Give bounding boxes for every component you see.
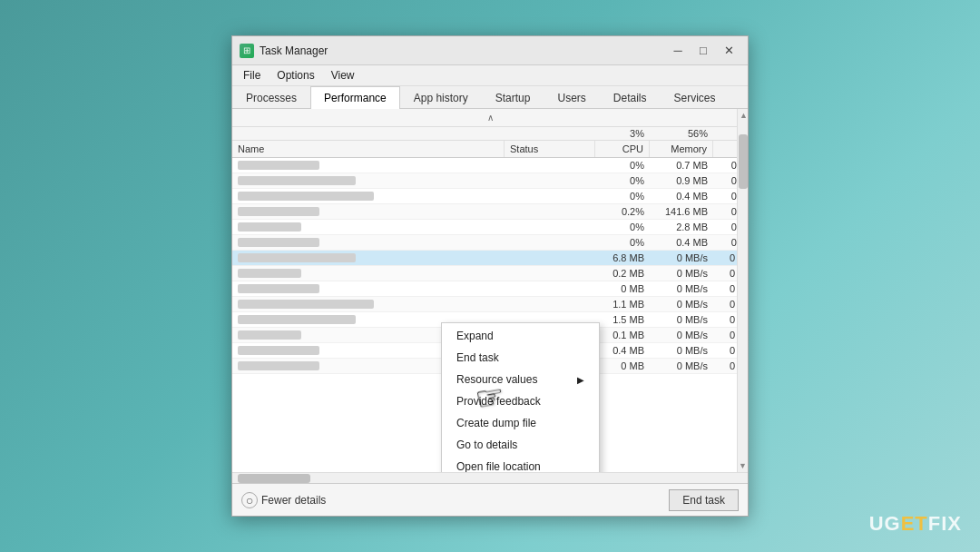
ctx-provide-feedback-label: Provide feedback — [456, 395, 541, 408]
table-row[interactable]: 0% 0.4 MB 0 MB/s 0 Mbps — [232, 189, 748, 204]
col-memory[interactable]: Memory — [650, 141, 713, 157]
horizontal-scrollbar[interactable] — [232, 472, 748, 483]
fewer-details-label: Fewer details — [261, 494, 326, 507]
ctx-item-expand[interactable]: Expand — [442, 325, 599, 347]
task-manager-window: ⊞ Task Manager ─ □ ✕ File Options View P… — [231, 35, 749, 517]
maximize-button[interactable]: □ — [691, 42, 715, 60]
cpu-pct: 3% — [595, 127, 650, 140]
tab-startup[interactable]: Startup — [482, 86, 544, 109]
title-bar: ⊞ Task Manager ─ □ ✕ — [232, 36, 748, 65]
table-row[interactable]: 0% 0.7 MB 0 MB/s 0 Mbps — [232, 158, 748, 173]
tab-users[interactable]: Users — [544, 86, 599, 109]
menu-bar: File Options View — [232, 65, 748, 86]
minimize-button[interactable]: ─ — [666, 42, 690, 60]
menu-options[interactable]: Options — [270, 67, 321, 84]
scrollbar-h-thumb[interactable] — [238, 474, 310, 483]
table-row[interactable]: 0% 0.4 MB 0 MB/s 0 Mbps — [232, 235, 748, 251]
tab-processes[interactable]: Processes — [232, 86, 310, 109]
ctx-item-open-file[interactable]: Open file location — [442, 456, 599, 472]
footer: ○ Fewer details End task — [232, 483, 748, 516]
col-name[interactable]: Name — [232, 141, 505, 157]
tab-details[interactable]: Details — [600, 86, 661, 109]
fewer-details-button[interactable]: ○ Fewer details — [241, 492, 326, 508]
scrollbar-up-arrow[interactable]: ▲ — [738, 109, 748, 122]
table-row[interactable]: 6.8 MB 0 MB/s 0 Mbps — [232, 251, 748, 266]
menu-view[interactable]: View — [324, 67, 362, 84]
ctx-expand-label: Expand — [456, 330, 494, 342]
window-icon: ⊞ — [240, 44, 254, 58]
ctx-end-task-label: End task — [456, 351, 499, 364]
table-row[interactable]: 0 MB 0 MB/s 0 Mbps — [232, 281, 748, 297]
scrollbar-thumb[interactable] — [739, 134, 748, 189]
column-headers: Name Status CPU Memory Disk Network — [232, 141, 748, 158]
table-row[interactable]: 0.2 MB 0 MB/s 0 Mbps — [232, 266, 748, 281]
tabs-bar: Processes Performance App history Startu… — [232, 86, 748, 109]
table-row[interactable]: 0.2% 141.6 MB 0 MB/s 0 Mbps — [232, 204, 748, 220]
fewer-details-icon: ○ — [241, 492, 258, 508]
context-menu: Expand End task Resource values ▶ Provid… — [441, 322, 600, 472]
col-cpu[interactable]: CPU — [595, 141, 650, 157]
scrollbar-down-arrow[interactable]: ▼ — [738, 461, 748, 470]
ctx-open-file-label: Open file location — [456, 460, 541, 472]
memory-pct: 56% — [650, 127, 713, 140]
ctx-item-resource-values[interactable]: Resource values ▶ — [442, 369, 599, 390]
ctx-item-provide-feedback[interactable]: Provide feedback — [442, 390, 599, 412]
sort-arrow-icon: ∧ — [487, 113, 494, 123]
table-row[interactable]: 1.1 MB 0 MB/s 0 Mbps — [232, 297, 748, 312]
tab-app-history[interactable]: App history — [400, 86, 482, 109]
watermark: UGETFIX — [869, 512, 962, 536]
ctx-go-to-details-label: Go to details — [456, 439, 517, 451]
ctx-item-go-to-details[interactable]: Go to details — [442, 434, 599, 456]
vertical-scrollbar[interactable]: ▲ ▼ — [737, 109, 748, 472]
table-area: ∧ 3% 56% 0% 0% Name Status CPU Memory Di… — [232, 109, 748, 472]
end-task-button[interactable]: End task — [669, 489, 739, 511]
tab-services[interactable]: Services — [661, 86, 730, 109]
ctx-create-dump-label: Create dump file — [456, 417, 536, 429]
ctx-item-end-task[interactable]: End task — [442, 347, 599, 369]
sort-row[interactable]: ∧ — [232, 109, 748, 127]
table-row[interactable]: 0% 2.8 MB 0 MB/s 0 Mbps — [232, 220, 748, 235]
column-pcts: 3% 56% 0% 0% — [232, 127, 748, 141]
ctx-arrow-icon: ▶ — [577, 375, 584, 385]
col-status[interactable]: Status — [505, 141, 595, 157]
ctx-item-create-dump[interactable]: Create dump file — [442, 412, 599, 434]
close-button[interactable]: ✕ — [717, 42, 740, 60]
ctx-resource-values-label: Resource values — [456, 373, 537, 386]
tab-performance[interactable]: Performance — [310, 86, 400, 109]
menu-file[interactable]: File — [236, 67, 268, 84]
table-row[interactable]: 0% 0.9 MB 0 MB/s 0 Mbps — [232, 173, 748, 189]
window-title: Task Manager — [260, 44, 328, 57]
